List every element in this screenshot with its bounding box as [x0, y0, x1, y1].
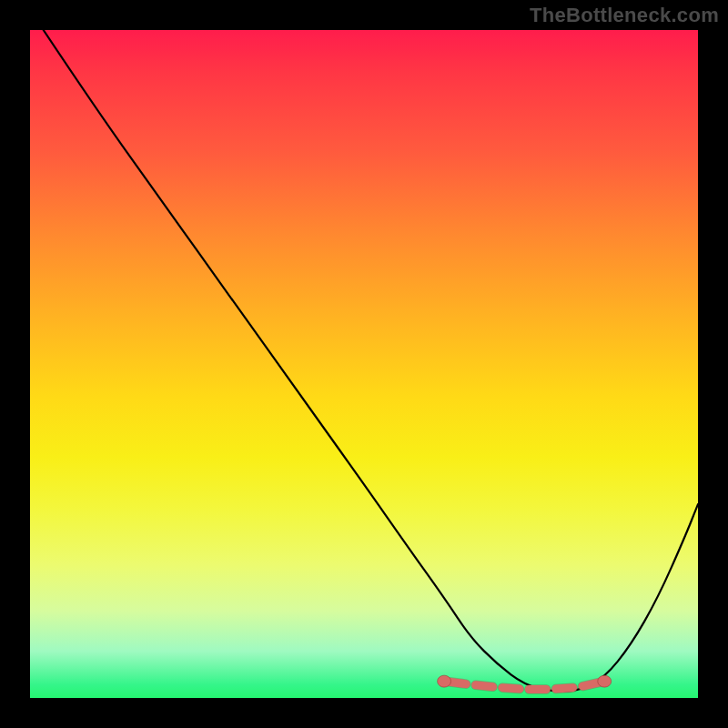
- marker-dash: [476, 685, 493, 687]
- marker-dash: [449, 682, 466, 683]
- bottleneck-curve-line: [44, 30, 698, 692]
- curve-layer: [30, 30, 698, 698]
- watermark-text: TheBottleneck.com: [530, 4, 719, 27]
- marker-dash: [582, 682, 600, 686]
- marker-dash: [502, 688, 520, 689]
- marker-dot: [438, 675, 451, 687]
- plot-area: [30, 30, 698, 698]
- marker-dot: [598, 675, 612, 687]
- chart-frame: TheBottleneck.com: [0, 0, 728, 728]
- marker-dash: [556, 688, 573, 689]
